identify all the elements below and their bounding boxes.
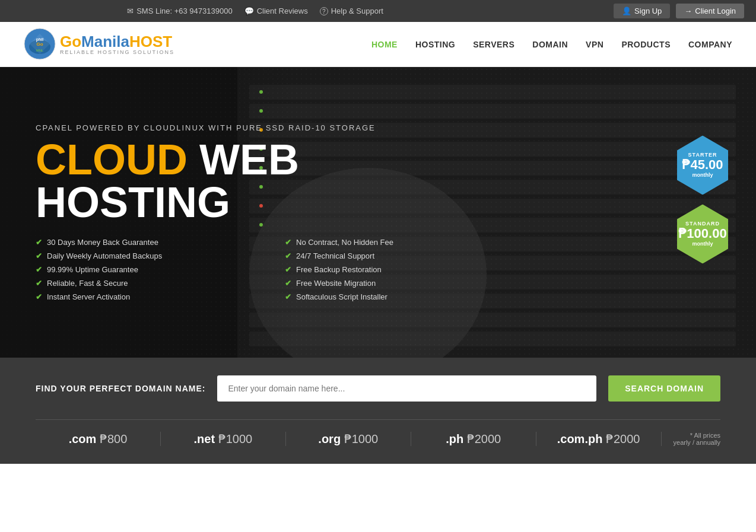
feature-text-4: Reliable, Fast & Secure (47, 279, 128, 288)
domain-price-ph: .ph ₱2000 (411, 432, 536, 446)
domain-ext-org: .org (318, 432, 341, 445)
nav-hosting[interactable]: HOSTING (415, 40, 455, 49)
nav-vpn[interactable]: VPN (586, 40, 603, 49)
hero-feature-3: ✔ 99.99% Uptime Guarantee (36, 265, 249, 274)
check-icon-3: ✔ (36, 265, 42, 274)
feature-text-3: 99.99% Uptime Guarantee (47, 265, 138, 274)
check-icon-5: ✔ (36, 292, 42, 301)
nav-company[interactable]: COMPANY (688, 40, 732, 49)
check-icon-10: ✔ (285, 292, 291, 301)
domain-note-line2: yearly / annually (674, 439, 721, 446)
svg-text:MNL: MNL (36, 49, 44, 52)
hero-feature-10: ✔ Softaculous Script Installer (285, 292, 498, 301)
hero-feature-1: ✔ 30 Days Money Back Guarantee (36, 238, 249, 247)
hero-feature-6: ✔ No Contract, No Hidden Fee (285, 238, 498, 247)
domain-price-org: .org ₱1000 (286, 432, 411, 446)
help-icon: ? (320, 7, 328, 15)
hero-feature-9: ✔ Free Website Migration (285, 279, 498, 288)
domain-ext-net: .net (194, 432, 215, 445)
feature-text-5: Instant Server Activation (47, 292, 130, 301)
check-icon-9: ✔ (285, 279, 291, 288)
starter-badge[interactable]: STARTER ₱45.00 monthly (673, 135, 732, 195)
logo-host: HOST (129, 33, 172, 50)
domain-input[interactable] (217, 375, 596, 402)
user-icon: 👤 (622, 7, 631, 15)
hero-subtitle: CPANEL POWERED BY CLOUDLINUX WITH PURE S… (36, 123, 498, 132)
signup-button[interactable]: 👤 Sign Up (614, 4, 670, 18)
check-icon-8: ✔ (285, 265, 291, 274)
nav-domain[interactable]: DOMAIN (532, 40, 568, 49)
domain-price-com: .com ₱800 (36, 432, 161, 446)
domain-price-comph: .com.ph ₱2000 (536, 432, 662, 446)
domain-prices: .com ₱800 .net ₱1000 .org ₱1000 .ph ₱200… (36, 419, 720, 446)
domain-label: FIND YOUR PERFECT DOMAIN NAME: (36, 384, 205, 393)
hero-feature-8: ✔ Free Backup Restoration (285, 265, 498, 274)
login-icon: → (684, 7, 692, 15)
sms-label: SMS Line: +63 9473139000 (136, 7, 233, 15)
hero-feature-5: ✔ Instant Server Activation (36, 292, 249, 301)
check-icon-7: ✔ (285, 251, 291, 260)
domain-section: FIND YOUR PERFECT DOMAIN NAME: SEARCH DO… (0, 358, 756, 464)
standard-monthly: monthly (693, 241, 713, 247)
nav-products[interactable]: PRODUCTS (621, 40, 671, 49)
hero-content: CPANEL POWERED BY CLOUDLINUX WITH PURE S… (0, 123, 534, 301)
domain-ext-ph: .ph (446, 432, 463, 445)
login-label: Client Login (695, 7, 736, 15)
domain-price-ph-amount: ₱2000 (467, 432, 501, 445)
hero-badges: STARTER ₱45.00 monthly STANDARD ₱100.00 … (673, 135, 732, 263)
feature-text-8: Free Backup Restoration (296, 265, 382, 274)
feature-text-6: No Contract, No Hidden Fee (296, 238, 393, 247)
logo: phil Go MNL GoManilaHOST RELIABLE HOSTIN… (24, 28, 174, 60)
feature-text-10: Softaculous Script Installer (296, 292, 387, 301)
main-nav: HOME HOSTING SERVERS DOMAIN VPN PRODUCTS… (371, 40, 732, 49)
standard-badge[interactable]: STANDARD ₱100.00 monthly (673, 204, 732, 263)
logo-manila: Manila (81, 33, 129, 50)
header: phil Go MNL GoManilaHOST RELIABLE HOSTIN… (0, 22, 756, 67)
logo-sub: RELIABLE HOSTING SOLUTIONS (60, 49, 174, 55)
check-icon-1: ✔ (36, 238, 42, 247)
domain-price-net: .net ₱1000 (161, 432, 286, 446)
reviews-label: Client Reviews (257, 7, 308, 15)
chat-icon: 💬 (244, 7, 254, 15)
starter-price: ₱45.00 (682, 158, 723, 172)
nav-servers[interactable]: SERVERS (473, 40, 514, 49)
signup-label: Sign Up (634, 7, 662, 15)
domain-ext-comph: .com.ph (557, 432, 603, 445)
logo-go: Go (60, 33, 81, 50)
hero-feature-4: ✔ Reliable, Fast & Secure (36, 279, 249, 288)
check-icon-4: ✔ (36, 279, 42, 288)
hero-section: CPANEL POWERED BY CLOUDLINUX WITH PURE S… (0, 67, 756, 358)
sms-icon: ✉ (127, 7, 134, 15)
reviews-link[interactable]: 💬 Client Reviews (244, 7, 308, 15)
domain-note-line1: * All prices (674, 432, 721, 439)
feature-text-1: 30 Days Money Back Guarantee (47, 238, 158, 247)
logo-icon: phil Go MNL (24, 28, 56, 60)
svg-text:Go: Go (36, 42, 43, 47)
starter-monthly: monthly (693, 172, 713, 178)
hero-features: ✔ 30 Days Money Back Guarantee ✔ No Cont… (36, 238, 498, 301)
top-bar: ✉ SMS Line: +63 9473139000 💬 Client Revi… (0, 0, 756, 22)
hero-title: CLOUD WEB HOSTING (36, 138, 498, 224)
help-label: Help & Support (331, 7, 383, 15)
feature-text-9: Free Website Migration (296, 279, 376, 288)
hero-feature-7: ✔ 24/7 Technical Support (285, 251, 498, 260)
domain-search-row: FIND YOUR PERFECT DOMAIN NAME: SEARCH DO… (36, 375, 720, 402)
domain-price-net-amount: ₱1000 (218, 432, 253, 445)
help-link[interactable]: ? Help & Support (320, 7, 383, 15)
sms-link[interactable]: ✉ SMS Line: +63 9473139000 (127, 7, 233, 15)
feature-text-2: Daily Weekly Automated Backups (47, 251, 162, 260)
check-icon-6: ✔ (285, 238, 291, 247)
check-icon-2: ✔ (36, 251, 42, 260)
login-button[interactable]: → Client Login (676, 4, 744, 18)
nav-home[interactable]: HOME (371, 40, 398, 49)
domain-price-comph-amount: ₱2000 (606, 432, 640, 445)
domain-price-com-amount: ₱800 (100, 432, 127, 445)
feature-text-7: 24/7 Technical Support (296, 251, 374, 260)
domain-search-button[interactable]: SEARCH DOMAIN (608, 375, 720, 402)
domain-ext-com: .com (69, 432, 97, 445)
hero-feature-2: ✔ Daily Weekly Automated Backups (36, 251, 249, 260)
domain-price-org-amount: ₱1000 (344, 432, 379, 445)
standard-price: ₱100.00 (678, 227, 726, 241)
domain-search-label: SEARCH DOMAIN (625, 384, 704, 393)
hero-title-cloud: CLOUD (36, 136, 188, 183)
